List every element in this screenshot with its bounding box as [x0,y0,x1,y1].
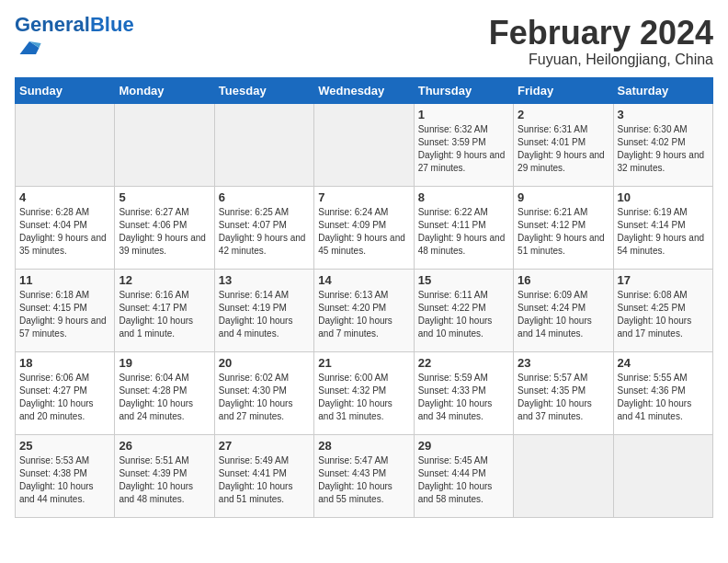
month-title: February 2024 [489,15,713,52]
calendar-cell: 21Sunrise: 6:00 AM Sunset: 4:32 PM Dayli… [314,351,414,434]
day-info: Sunrise: 6:19 AM Sunset: 4:14 PM Dayligh… [618,206,709,258]
day-info: Sunrise: 6:08 AM Sunset: 4:25 PM Dayligh… [618,289,709,340]
day-number: 23 [518,356,609,370]
day-number: 2 [518,108,609,121]
calendar-cell: 4Sunrise: 6:28 AM Sunset: 4:04 PM Daylig… [16,186,115,269]
calendar-cell: 17Sunrise: 6:08 AM Sunset: 4:25 PM Dayli… [613,269,712,351]
day-number: 29 [418,439,509,453]
day-info: Sunrise: 5:45 AM Sunset: 4:44 PM Dayligh… [418,454,509,506]
calendar-cell: 20Sunrise: 6:02 AM Sunset: 4:30 PM Dayli… [214,351,313,434]
calendar-cell [514,434,613,517]
logo-text: GeneralBlue [15,15,134,35]
calendar-cell: 29Sunrise: 5:45 AM Sunset: 4:44 PM Dayli… [414,434,513,517]
logo-general: General [15,13,90,36]
calendar-cell: 8Sunrise: 6:22 AM Sunset: 4:11 PM Daylig… [414,186,513,269]
calendar-cell: 12Sunrise: 6:16 AM Sunset: 4:17 PM Dayli… [115,269,214,351]
day-info: Sunrise: 6:11 AM Sunset: 4:22 PM Dayligh… [418,289,509,340]
calendar-cell: 9Sunrise: 6:21 AM Sunset: 4:12 PM Daylig… [514,186,613,269]
calendar-cell: 6Sunrise: 6:25 AM Sunset: 4:07 PM Daylig… [214,186,313,269]
day-number: 13 [219,273,310,287]
day-info: Sunrise: 6:31 AM Sunset: 4:01 PM Dayligh… [518,123,609,175]
calendar-cell [613,434,712,517]
day-info: Sunrise: 6:14 AM Sunset: 4:19 PM Dayligh… [219,289,310,340]
day-number: 27 [219,439,310,453]
calendar-cell: 14Sunrise: 6:13 AM Sunset: 4:20 PM Dayli… [314,269,414,351]
day-number: 22 [418,356,509,370]
day-of-week-header: Tuesday [214,77,313,103]
calendar-cell: 10Sunrise: 6:19 AM Sunset: 4:14 PM Dayli… [613,186,712,269]
day-info: Sunrise: 6:21 AM Sunset: 4:12 PM Dayligh… [518,206,609,258]
day-number: 26 [119,439,210,453]
day-number: 21 [318,356,409,370]
calendar-cell: 28Sunrise: 5:47 AM Sunset: 4:43 PM Dayli… [314,434,414,517]
day-info: Sunrise: 6:09 AM Sunset: 4:24 PM Dayligh… [518,289,609,340]
calendar-week-row: 18Sunrise: 6:06 AM Sunset: 4:27 PM Dayli… [16,351,713,434]
day-of-week-header: Monday [115,77,214,103]
day-of-week-header: Sunday [16,77,115,103]
day-info: Sunrise: 6:16 AM Sunset: 4:17 PM Dayligh… [119,289,210,340]
day-number: 15 [418,273,509,287]
calendar-week-row: 1Sunrise: 6:32 AM Sunset: 3:59 PM Daylig… [16,103,713,186]
day-number: 19 [119,356,210,370]
calendar-cell: 2Sunrise: 6:31 AM Sunset: 4:01 PM Daylig… [514,103,613,186]
logo-icon [17,35,42,61]
day-number: 6 [219,190,310,204]
calendar-cell [16,103,115,186]
day-number: 3 [618,108,709,121]
calendar-table: SundayMondayTuesdayWednesdayThursdayFrid… [15,77,713,518]
day-number: 14 [318,273,409,287]
calendar-week-row: 25Sunrise: 5:53 AM Sunset: 4:38 PM Dayli… [16,434,713,517]
day-info: Sunrise: 5:47 AM Sunset: 4:43 PM Dayligh… [318,454,409,506]
calendar-cell: 1Sunrise: 6:32 AM Sunset: 3:59 PM Daylig… [414,103,513,186]
day-info: Sunrise: 6:18 AM Sunset: 4:15 PM Dayligh… [19,289,110,340]
day-number: 1 [418,108,509,121]
day-info: Sunrise: 5:51 AM Sunset: 4:39 PM Dayligh… [119,454,210,506]
day-info: Sunrise: 6:32 AM Sunset: 3:59 PM Dayligh… [418,123,509,175]
calendar-cell [214,103,313,186]
calendar-cell: 23Sunrise: 5:57 AM Sunset: 4:35 PM Dayli… [514,351,613,434]
calendar-cell: 26Sunrise: 5:51 AM Sunset: 4:39 PM Dayli… [115,434,214,517]
day-of-week-header: Thursday [414,77,513,103]
calendar-cell [314,103,414,186]
calendar-cell: 3Sunrise: 6:30 AM Sunset: 4:02 PM Daylig… [613,103,712,186]
title-block: February 2024 Fuyuan, Heilongjiang, Chin… [489,15,713,68]
calendar-week-row: 11Sunrise: 6:18 AM Sunset: 4:15 PM Dayli… [16,269,713,351]
calendar-cell: 25Sunrise: 5:53 AM Sunset: 4:38 PM Dayli… [16,434,115,517]
day-number: 16 [518,273,609,287]
calendar-cell: 15Sunrise: 6:11 AM Sunset: 4:22 PM Dayli… [414,269,513,351]
day-number: 4 [19,190,110,204]
calendar-cell: 24Sunrise: 5:55 AM Sunset: 4:36 PM Dayli… [613,351,712,434]
day-info: Sunrise: 6:00 AM Sunset: 4:32 PM Dayligh… [318,372,409,423]
day-number: 20 [219,356,310,370]
day-info: Sunrise: 6:04 AM Sunset: 4:28 PM Dayligh… [119,372,210,423]
calendar-cell: 5Sunrise: 6:27 AM Sunset: 4:06 PM Daylig… [115,186,214,269]
day-info: Sunrise: 6:02 AM Sunset: 4:30 PM Dayligh… [219,372,310,423]
day-of-week-header: Friday [514,77,613,103]
logo: GeneralBlue [15,15,134,64]
day-info: Sunrise: 6:28 AM Sunset: 4:04 PM Dayligh… [19,206,110,258]
day-number: 18 [19,356,110,370]
calendar-header-row: SundayMondayTuesdayWednesdayThursdayFrid… [16,77,713,103]
day-info: Sunrise: 6:06 AM Sunset: 4:27 PM Dayligh… [19,372,110,423]
day-number: 28 [318,439,409,453]
calendar-week-row: 4Sunrise: 6:28 AM Sunset: 4:04 PM Daylig… [16,186,713,269]
page-header: GeneralBlue February 2024 Fuyuan, Heilon… [15,15,713,68]
day-info: Sunrise: 5:59 AM Sunset: 4:33 PM Dayligh… [418,372,509,423]
calendar-cell [115,103,214,186]
calendar-cell: 7Sunrise: 6:24 AM Sunset: 4:09 PM Daylig… [314,186,414,269]
calendar-cell: 13Sunrise: 6:14 AM Sunset: 4:19 PM Dayli… [214,269,313,351]
day-info: Sunrise: 6:30 AM Sunset: 4:02 PM Dayligh… [618,123,709,175]
day-info: Sunrise: 5:49 AM Sunset: 4:41 PM Dayligh… [219,454,310,506]
day-info: Sunrise: 5:57 AM Sunset: 4:35 PM Dayligh… [518,372,609,423]
calendar-cell: 18Sunrise: 6:06 AM Sunset: 4:27 PM Dayli… [16,351,115,434]
logo-blue: Blue [90,13,134,36]
day-number: 7 [318,190,409,204]
day-number: 17 [618,273,709,287]
day-info: Sunrise: 6:27 AM Sunset: 4:06 PM Dayligh… [119,206,210,258]
location-title: Fuyuan, Heilongjiang, China [489,52,713,68]
day-number: 9 [518,190,609,204]
day-info: Sunrise: 5:53 AM Sunset: 4:38 PM Dayligh… [19,454,110,506]
day-number: 5 [119,190,210,204]
day-info: Sunrise: 5:55 AM Sunset: 4:36 PM Dayligh… [618,372,709,423]
day-number: 25 [19,439,110,453]
